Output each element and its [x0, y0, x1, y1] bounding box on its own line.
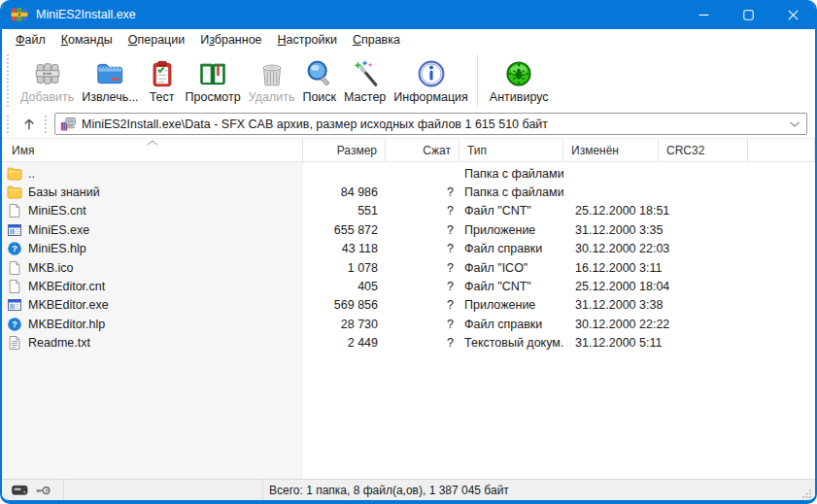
column-header-label: Имя: [12, 144, 34, 157]
window-title: MiniES2Install.exe: [36, 8, 136, 21]
file-type-cell: Файл "CNT": [460, 204, 563, 218]
toolbar-button-wizard[interactable]: Мастер: [341, 57, 389, 105]
toolbar-button-info[interactable]: Информация: [391, 57, 471, 105]
file-name-cell: MKB.ico: [2, 260, 303, 276]
menu-item-label: Ф: [16, 33, 25, 47]
maximize-button[interactable]: [726, 0, 770, 29]
menu-item-label: С: [353, 33, 361, 47]
file-type-cell: Файл справки: [460, 318, 563, 331]
column-header-label: Сжат: [423, 144, 451, 157]
table-row[interactable]: ?MiniES.hlp43 118?Файл справки30.12.2000…: [2, 240, 815, 258]
file-modified-cell: 31.12.2000 5:11: [563, 336, 662, 350]
file-size-cell: 84 986: [303, 185, 386, 199]
column-header-имя[interactable]: Имя: [2, 139, 303, 161]
file-size-cell: 569 856: [303, 298, 386, 312]
file-type-cell: Текстовый докум...: [460, 336, 563, 350]
table-row[interactable]: ..Папка с файлами: [2, 164, 815, 183]
column-header-label: CRC32: [666, 144, 704, 157]
text-file-icon: [7, 335, 22, 351]
window-controls: [681, 0, 815, 29]
info-icon: [416, 58, 447, 89]
toolbar-button-add: Добавить: [17, 57, 77, 105]
toolbar-button-test[interactable]: Тест: [144, 57, 181, 105]
toolbar-button-label: Мастер: [344, 90, 386, 104]
column-header-spacer: [748, 139, 815, 161]
file-name: Readme.txt: [28, 336, 90, 350]
folder-icon: [7, 166, 22, 182]
column-header-изменён[interactable]: Изменён: [563, 139, 659, 161]
toolbar-drag-handle[interactable]: [7, 54, 12, 107]
menu-item-favorites[interactable]: Избранное: [192, 31, 269, 49]
file-size-cell: 1 078: [303, 261, 386, 275]
add-archive-icon: [32, 58, 63, 89]
menu-item-label: перации: [137, 33, 185, 47]
table-row[interactable]: MiniES.cnt551?Файл "CNT"25.12.2000 18:51: [2, 202, 815, 220]
table-row[interactable]: Базы знаний84 986?Папка с файлами: [2, 183, 815, 201]
menu-item-label: Н: [278, 33, 287, 47]
file-type-cell: Файл "CNT": [460, 280, 563, 293]
view-icon: [197, 58, 228, 89]
address-drag-handle[interactable]: [7, 116, 12, 133]
file-packed-cell: ?: [386, 298, 460, 312]
archive-path-combobox[interactable]: MiniES2Install.exe\Data - SFX CAB архив,…: [54, 113, 807, 135]
file-type-cell: Файл справки: [460, 242, 563, 255]
application-icon: [7, 297, 22, 313]
toolbar-button-label: Антивирус: [490, 90, 549, 104]
file-modified-cell: 16.12.2000 3:11: [563, 261, 662, 275]
menu-item-label: оманды: [68, 33, 113, 47]
column-header-label: Тип: [467, 144, 487, 157]
svg-text:?: ?: [12, 319, 17, 329]
folder-icon: [7, 185, 22, 200]
file-size-cell: 551: [303, 204, 386, 218]
table-row[interactable]: Readme.txt2 449?Текстовый докум...31.12.…: [2, 334, 815, 353]
column-header-crc32[interactable]: CRC32: [659, 139, 748, 161]
column-header-сжат[interactable]: Сжат: [386, 139, 460, 161]
menu-item-options[interactable]: Настройки: [270, 31, 345, 49]
winrar-logo-icon: [11, 6, 28, 23]
file-size-cell: 43 118: [303, 242, 386, 255]
table-row[interactable]: MiniES.exe655 872?Приложение31.12.2000 3…: [2, 220, 815, 239]
table-row[interactable]: ?MKBEditor.hlp28 730?Файл справки30.12.2…: [2, 315, 815, 333]
file-type-cell: Папка с файлами: [460, 167, 563, 181]
menu-item-file[interactable]: Файл: [8, 31, 53, 49]
menu-bar: ФайлКомандыОперацииИзбранноеНастройкиСпр…: [2, 29, 815, 50]
file-packed-cell: ?: [386, 261, 460, 275]
help-file-icon: ?: [7, 317, 22, 332]
document-icon: [7, 203, 22, 218]
close-button[interactable]: [770, 0, 815, 29]
toolbar-button-delete: Удалить: [246, 57, 298, 105]
minimize-button[interactable]: [681, 0, 726, 29]
resize-grip[interactable]: [802, 488, 812, 498]
file-packed-cell: ?: [386, 318, 460, 331]
test-icon: [147, 58, 178, 89]
toolbar-button-find[interactable]: Поиск: [299, 57, 339, 105]
toolbar-button-antivirus[interactable]: Антивирус: [487, 57, 552, 105]
file-list: ..Папка с файламиБазы знаний84 986?Папка…: [2, 162, 815, 479]
toolbar-button-extract[interactable]: Извлечь...: [79, 57, 141, 105]
menu-item-operations[interactable]: Операции: [120, 31, 192, 49]
key-icon[interactable]: [31, 482, 54, 499]
combo-drag-handle[interactable]: [45, 116, 50, 133]
menu-item-commands[interactable]: Команды: [53, 31, 120, 49]
menu-item-label: правка: [361, 33, 400, 47]
toolbar-button-label: Тест: [150, 90, 175, 104]
file-packed-cell: ?: [386, 185, 460, 199]
menu-item-help[interactable]: Справка: [345, 31, 408, 49]
file-name: ..: [28, 167, 35, 181]
file-name-cell: ?MiniES.hlp: [2, 241, 303, 256]
up-one-level-button[interactable]: [17, 114, 42, 135]
column-header-размер[interactable]: Размер: [303, 139, 386, 161]
file-name-cell: MKBEditor.exe: [2, 297, 303, 313]
file-type-cell: Файл "ICO": [460, 261, 563, 275]
table-row[interactable]: MKBEditor.exe569 856?Приложение31.12.200…: [2, 296, 815, 315]
toolbar-button-view[interactable]: Просмотр: [183, 57, 244, 105]
file-name-cell: Базы знаний: [2, 185, 303, 200]
file-size-cell: 405: [303, 280, 386, 293]
file-name-cell: MiniES.exe: [2, 222, 303, 238]
disk-icon[interactable]: [8, 482, 31, 499]
chevron-down-icon[interactable]: [789, 120, 800, 128]
table-row[interactable]: MKB.ico1 078?Файл "ICO"16.12.2000 3:11: [2, 258, 815, 277]
document-icon: [7, 279, 22, 294]
table-row[interactable]: MKBEditor.cnt405?Файл "CNT"25.12.2000 18…: [2, 277, 815, 295]
column-header-тип[interactable]: Тип: [460, 139, 563, 161]
